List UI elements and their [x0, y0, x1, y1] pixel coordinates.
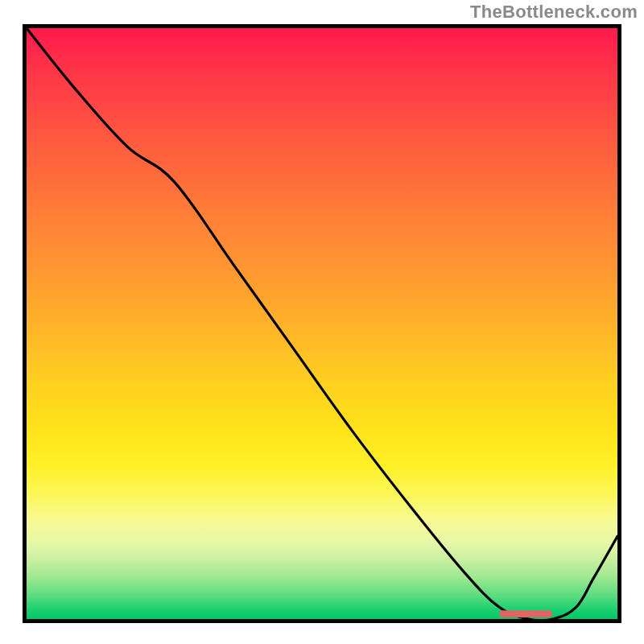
attribution-text: TheBottleneck.com	[470, 2, 638, 23]
chart-frame	[23, 24, 621, 623]
page-root: TheBottleneck.com	[0, 0, 644, 644]
chart-gradient-background	[27, 28, 617, 619]
